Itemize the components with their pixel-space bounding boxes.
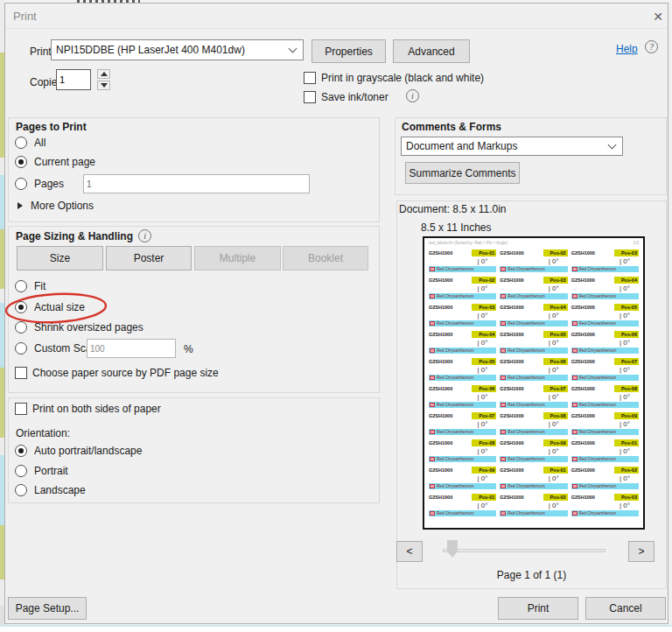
cell-species-bar: Red Chrysanthemum xyxy=(500,402,567,408)
flower-icon xyxy=(500,484,506,488)
cell-angle: | 0° xyxy=(571,502,639,510)
cell-code: G2SH1000 xyxy=(500,304,523,311)
pages-radio[interactable] xyxy=(15,178,27,190)
cell-top-line: G2SH1000Pos-02 xyxy=(429,277,496,284)
auto-orientation-option[interactable]: Auto portrait/landscape xyxy=(15,445,142,457)
both-sides-option[interactable]: Print on both sides of paper xyxy=(15,403,161,415)
paper-source-option[interactable]: Choose paper source by PDF page size xyxy=(15,367,219,379)
cell-angle: | 0° xyxy=(500,502,567,510)
cell-species: Red Chrysanthemum xyxy=(508,376,545,380)
shrink-option[interactable]: Shrink oversized pages xyxy=(15,321,144,334)
print-button[interactable]: Print xyxy=(498,597,578,620)
flower-icon xyxy=(430,484,435,488)
cell-species-bar: Red Chrysanthemum xyxy=(571,429,639,435)
printer-select[interactable]: NPI15DDBE (HP LaserJet 400 M401dw) xyxy=(51,39,304,60)
flower-icon xyxy=(572,294,578,298)
cell-code: G2SH1000 xyxy=(429,412,452,419)
page-sizing-info-icon[interactable]: i xyxy=(138,229,151,242)
cell-angle: | 0° xyxy=(500,393,567,402)
paper-source-checkbox[interactable] xyxy=(15,367,27,379)
cell-pos-badge: Pos-08 xyxy=(543,412,568,419)
cell-angle: | 0° xyxy=(571,420,639,429)
cell-angle: | 0° xyxy=(571,366,639,375)
portrait-option[interactable]: Portrait xyxy=(15,465,68,477)
pages-range-option[interactable]: Pages xyxy=(15,178,64,190)
cell-angle: | 0° xyxy=(429,474,496,483)
label-cell: G2SH1000Pos-01| 0°Red Chrysanthemum xyxy=(429,249,496,277)
cell-angle: | 0° xyxy=(429,312,496,320)
comments-forms-select-value: Document and Markups xyxy=(402,140,606,152)
chevron-down-icon xyxy=(289,45,298,53)
both-sides-checkbox[interactable] xyxy=(15,403,27,415)
all-label: All xyxy=(34,137,46,149)
advanced-button[interactable]: Advanced xyxy=(393,39,470,63)
save-ink-checkbox[interactable] xyxy=(304,91,316,103)
next-page-button[interactable]: > xyxy=(628,541,654,562)
cell-species-bar: Red Chrysanthemum xyxy=(571,510,639,516)
save-ink-option[interactable]: Save ink/toner xyxy=(304,91,388,103)
cell-pos-badge: Pos-09 xyxy=(543,439,568,446)
landscape-option[interactable]: Landscape xyxy=(15,484,86,496)
label-cell: G2SH1000Pos-02| 0°Red Chrysanthemum xyxy=(500,249,567,277)
comments-forms-select[interactable]: Document and Markups xyxy=(401,137,623,156)
cell-code: G2SH1000 xyxy=(429,358,452,365)
copies-decrement-button[interactable] xyxy=(97,81,110,90)
cancel-button[interactable]: Cancel xyxy=(585,597,666,620)
cell-species: Red Chrysanthemum xyxy=(579,348,617,353)
flower-icon xyxy=(572,348,578,353)
cell-code: G2SH1000 xyxy=(571,494,595,501)
auto-orientation-radio[interactable] xyxy=(15,445,27,457)
help-icon[interactable]: ? xyxy=(645,40,658,53)
cell-top-line: G2SH1000Pos-09 xyxy=(429,467,496,474)
cell-species: Red Chrysanthemum xyxy=(437,430,474,434)
cell-pos-badge: Pos-09 xyxy=(614,412,639,419)
shrink-radio[interactable] xyxy=(15,321,27,334)
grayscale-option[interactable]: Print in grayscale (black and white) xyxy=(304,72,484,84)
help-link[interactable]: Help xyxy=(616,43,638,55)
size-button[interactable]: Size xyxy=(17,246,103,270)
preview-slider-track[interactable] xyxy=(443,549,606,552)
copies-input[interactable] xyxy=(56,69,91,90)
printer-select-value: NPI15DDBE (HP LaserJet 400 M401dw) xyxy=(52,44,286,56)
flower-icon xyxy=(430,376,435,380)
pages-range-input[interactable] xyxy=(83,174,310,193)
cell-angle: | 0° xyxy=(571,312,639,320)
cell-pos-badge: Pos-02 xyxy=(614,467,639,474)
grayscale-checkbox[interactable] xyxy=(304,72,316,84)
cell-pos-badge: Pos-06 xyxy=(543,358,568,365)
label-cell: G2SH1000Pos-06| 0°Red Chrysanthemum xyxy=(429,385,496,412)
pages-current-option[interactable]: Current page xyxy=(15,156,95,168)
cell-top-line: G2SH1000Pos-04 xyxy=(571,277,639,284)
cell-species-bar: Red Chrysanthemum xyxy=(500,429,567,435)
custom-scale-input[interactable] xyxy=(87,339,176,358)
current-page-radio[interactable] xyxy=(15,156,27,168)
save-ink-info-icon[interactable]: i xyxy=(406,89,419,102)
landscape-radio[interactable] xyxy=(15,484,27,496)
cell-species: Red Chrysanthemum xyxy=(508,511,545,516)
label-cell: G2SH1000Pos-01| 0°Red Chrysanthemum xyxy=(571,439,639,467)
pages-all-option[interactable]: All xyxy=(15,137,46,149)
properties-button[interactable]: Properties xyxy=(312,39,386,63)
cell-code: G2SH1000 xyxy=(571,304,595,311)
custom-scale-radio[interactable] xyxy=(15,342,27,355)
label-cell: G2SH1000Pos-09| 0°Red Chrysanthemum xyxy=(571,412,639,439)
poster-button[interactable]: Poster xyxy=(106,246,192,270)
page-setup-button[interactable]: Page Setup... xyxy=(8,597,87,620)
portrait-radio[interactable] xyxy=(15,465,27,477)
previous-page-button[interactable]: < xyxy=(396,541,423,562)
cell-top-line: G2SH1000Pos-06 xyxy=(500,358,567,366)
cell-species-bar: Red Chrysanthemum xyxy=(429,348,496,354)
flower-icon xyxy=(572,457,578,461)
all-radio[interactable] xyxy=(15,137,27,149)
cell-species: Red Chrysanthemum xyxy=(437,321,474,326)
cell-code: G2SH1000 xyxy=(571,358,595,365)
cell-species: Red Chrysanthemum xyxy=(579,484,617,488)
summarize-comments-button[interactable]: Summarize Comments xyxy=(405,162,520,184)
sheet-header: test_labels.fm (Sorted by: Rad > Pin > A… xyxy=(429,241,639,245)
close-icon[interactable]: ✕ xyxy=(649,8,667,25)
label-cell: G2SH1000Pos-04| 0°Red Chrysanthemum xyxy=(571,277,639,304)
cell-pos-badge: Pos-01 xyxy=(472,249,496,256)
more-options-toggle[interactable]: More Options xyxy=(18,200,94,212)
copies-increment-button[interactable] xyxy=(97,69,110,79)
cell-top-line: G2SH1000Pos-01 xyxy=(429,249,496,257)
